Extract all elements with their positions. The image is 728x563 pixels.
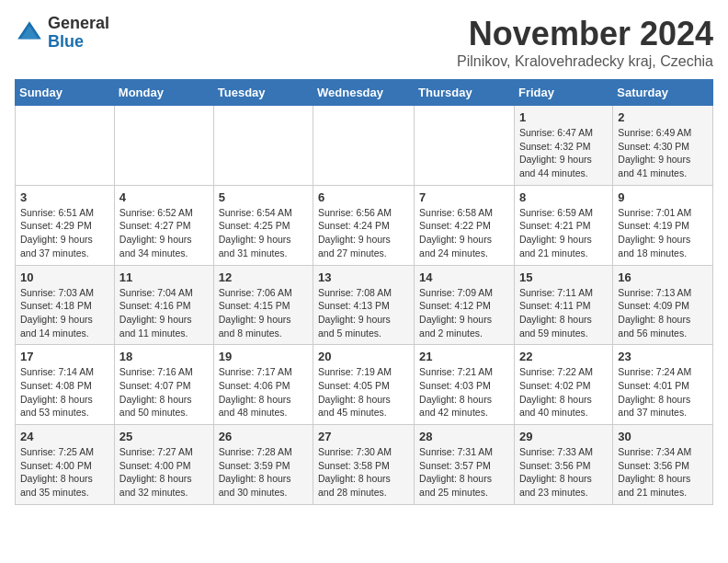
day-info: Sunrise: 7:03 AM Sunset: 4:18 PM Dayligh… [20, 286, 109, 340]
calendar-cell [16, 106, 115, 186]
calendar-cell: 4Sunrise: 6:52 AM Sunset: 4:27 PM Daylig… [114, 185, 213, 265]
calendar-cell: 6Sunrise: 6:56 AM Sunset: 4:24 PM Daylig… [313, 185, 415, 265]
logo: General Blue [15, 15, 109, 52]
day-info: Sunrise: 7:33 AM Sunset: 3:56 PM Dayligh… [519, 445, 608, 500]
day-info: Sunrise: 7:30 AM Sunset: 3:58 PM Dayligh… [318, 445, 409, 500]
calendar-cell: 7Sunrise: 6:58 AM Sunset: 4:22 PM Daylig… [415, 185, 515, 265]
calendar-cell: 12Sunrise: 7:06 AM Sunset: 4:15 PM Dayli… [213, 265, 313, 345]
day-number: 25 [119, 430, 209, 443]
calendar-cell: 13Sunrise: 7:08 AM Sunset: 4:13 PM Dayli… [313, 265, 415, 345]
calendar-cell: 21Sunrise: 7:21 AM Sunset: 4:03 PM Dayli… [415, 345, 515, 425]
calendar-cell: 20Sunrise: 7:19 AM Sunset: 4:05 PM Dayli… [313, 345, 415, 425]
day-info: Sunrise: 7:24 AM Sunset: 4:01 PM Dayligh… [618, 365, 708, 419]
calendar-cell: 28Sunrise: 7:31 AM Sunset: 3:57 PM Dayli… [415, 425, 515, 505]
week-row-3: 10Sunrise: 7:03 AM Sunset: 4:18 PM Dayli… [16, 265, 713, 345]
day-info: Sunrise: 7:01 AM Sunset: 4:19 PM Dayligh… [618, 206, 708, 260]
day-number: 4 [119, 190, 209, 204]
day-info: Sunrise: 6:47 AM Sunset: 4:32 PM Dayligh… [519, 126, 608, 180]
day-info: Sunrise: 7:08 AM Sunset: 4:13 PM Dayligh… [318, 286, 409, 340]
week-row-5: 24Sunrise: 7:25 AM Sunset: 4:00 PM Dayli… [16, 425, 713, 505]
weekday-header-friday: Friday [514, 80, 612, 106]
weekday-header-thursday: Thursday [415, 80, 515, 106]
day-number: 21 [419, 350, 509, 363]
location-title: Pilnikov, Kralovehradecky kraj, Czechia [457, 53, 713, 70]
calendar-cell: 30Sunrise: 7:34 AM Sunset: 3:56 PM Dayli… [613, 425, 713, 505]
week-row-4: 17Sunrise: 7:14 AM Sunset: 4:08 PM Dayli… [16, 345, 713, 425]
day-info: Sunrise: 6:58 AM Sunset: 4:22 PM Dayligh… [419, 206, 509, 260]
day-info: Sunrise: 7:06 AM Sunset: 4:15 PM Dayligh… [219, 286, 308, 340]
day-info: Sunrise: 7:31 AM Sunset: 3:57 PM Dayligh… [419, 445, 509, 500]
day-info: Sunrise: 6:54 AM Sunset: 4:25 PM Dayligh… [219, 206, 308, 260]
day-info: Sunrise: 7:21 AM Sunset: 4:03 PM Dayligh… [419, 365, 509, 419]
day-number: 14 [419, 270, 509, 284]
day-info: Sunrise: 7:17 AM Sunset: 4:06 PM Dayligh… [219, 365, 308, 419]
calendar-cell [114, 106, 213, 186]
day-number: 5 [219, 190, 308, 204]
header: General Blue November 2024 Pilnikov, Kra… [15, 15, 713, 70]
calendar-cell: 24Sunrise: 7:25 AM Sunset: 4:00 PM Dayli… [16, 425, 115, 505]
calendar-cell: 29Sunrise: 7:33 AM Sunset: 3:56 PM Dayli… [514, 425, 612, 505]
calendar-cell: 1Sunrise: 6:47 AM Sunset: 4:32 PM Daylig… [514, 106, 612, 186]
day-number: 11 [119, 270, 209, 284]
day-info: Sunrise: 6:49 AM Sunset: 4:30 PM Dayligh… [618, 126, 708, 180]
week-row-1: 1Sunrise: 6:47 AM Sunset: 4:32 PM Daylig… [16, 106, 713, 186]
day-number: 20 [318, 350, 409, 363]
calendar-cell: 22Sunrise: 7:22 AM Sunset: 4:02 PM Dayli… [514, 345, 612, 425]
calendar-cell: 19Sunrise: 7:17 AM Sunset: 4:06 PM Dayli… [213, 345, 313, 425]
day-number: 8 [519, 190, 608, 204]
calendar-cell: 15Sunrise: 7:11 AM Sunset: 4:11 PM Dayli… [514, 265, 612, 345]
logo-blue-text: Blue [48, 33, 109, 52]
day-info: Sunrise: 7:28 AM Sunset: 3:59 PM Dayligh… [219, 445, 308, 500]
day-info: Sunrise: 6:52 AM Sunset: 4:27 PM Dayligh… [119, 206, 209, 260]
calendar-cell: 3Sunrise: 6:51 AM Sunset: 4:29 PM Daylig… [16, 185, 115, 265]
day-info: Sunrise: 7:16 AM Sunset: 4:07 PM Dayligh… [119, 365, 209, 419]
logo-general-text: General [48, 15, 109, 33]
calendar-cell [415, 106, 515, 186]
day-info: Sunrise: 7:22 AM Sunset: 4:02 PM Dayligh… [519, 365, 608, 419]
day-number: 16 [618, 270, 708, 284]
day-number: 29 [519, 430, 608, 443]
week-row-2: 3Sunrise: 6:51 AM Sunset: 4:29 PM Daylig… [16, 185, 713, 265]
calendar-cell [213, 106, 313, 186]
day-number: 15 [519, 270, 608, 284]
day-info: Sunrise: 7:25 AM Sunset: 4:00 PM Dayligh… [20, 445, 109, 500]
day-info: Sunrise: 7:04 AM Sunset: 4:16 PM Dayligh… [119, 286, 209, 340]
day-number: 27 [318, 430, 409, 443]
day-number: 10 [20, 270, 109, 284]
day-number: 19 [219, 350, 308, 363]
day-info: Sunrise: 7:27 AM Sunset: 4:00 PM Dayligh… [119, 445, 209, 500]
calendar-cell: 26Sunrise: 7:28 AM Sunset: 3:59 PM Dayli… [213, 425, 313, 505]
weekday-header-sunday: Sunday [16, 80, 115, 106]
calendar-cell: 25Sunrise: 7:27 AM Sunset: 4:00 PM Dayli… [114, 425, 213, 505]
day-info: Sunrise: 6:56 AM Sunset: 4:24 PM Dayligh… [318, 206, 409, 260]
day-number: 22 [519, 350, 608, 363]
weekday-header-saturday: Saturday [613, 80, 713, 106]
day-number: 13 [318, 270, 409, 284]
weekday-header-monday: Monday [114, 80, 213, 106]
calendar-cell: 16Sunrise: 7:13 AM Sunset: 4:09 PM Dayli… [613, 265, 713, 345]
calendar-cell: 9Sunrise: 7:01 AM Sunset: 4:19 PM Daylig… [613, 185, 713, 265]
day-info: Sunrise: 7:19 AM Sunset: 4:05 PM Dayligh… [318, 365, 409, 419]
title-area: November 2024 Pilnikov, Kralovehradecky … [457, 15, 713, 70]
day-info: Sunrise: 7:13 AM Sunset: 4:09 PM Dayligh… [618, 286, 708, 340]
day-info: Sunrise: 7:09 AM Sunset: 4:12 PM Dayligh… [419, 286, 509, 340]
month-title: November 2024 [457, 15, 713, 53]
calendar-cell [313, 106, 415, 186]
day-number: 9 [618, 190, 708, 204]
weekday-header-tuesday: Tuesday [213, 80, 313, 106]
day-number: 3 [20, 190, 109, 204]
calendar-cell: 10Sunrise: 7:03 AM Sunset: 4:18 PM Dayli… [16, 265, 115, 345]
day-number: 7 [419, 190, 509, 204]
weekday-header-row: SundayMondayTuesdayWednesdayThursdayFrid… [16, 80, 713, 106]
day-number: 18 [119, 350, 209, 363]
day-number: 6 [318, 190, 409, 204]
day-number: 28 [419, 430, 509, 443]
day-number: 23 [618, 350, 708, 363]
weekday-header-wednesday: Wednesday [313, 80, 415, 106]
calendar-cell: 2Sunrise: 6:49 AM Sunset: 4:30 PM Daylig… [613, 106, 713, 186]
calendar-cell: 18Sunrise: 7:16 AM Sunset: 4:07 PM Dayli… [114, 345, 213, 425]
day-number: 26 [219, 430, 308, 443]
logo-icon [15, 18, 44, 48]
calendar-cell: 27Sunrise: 7:30 AM Sunset: 3:58 PM Dayli… [313, 425, 415, 505]
calendar-cell: 14Sunrise: 7:09 AM Sunset: 4:12 PM Dayli… [415, 265, 515, 345]
